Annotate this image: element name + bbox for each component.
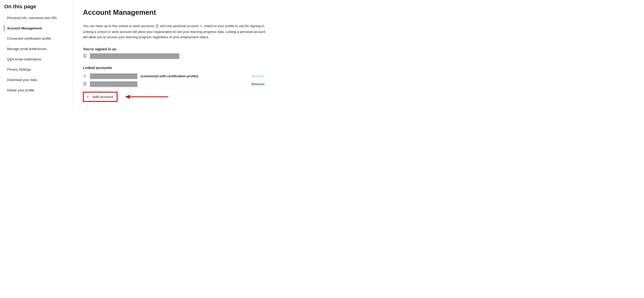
person-icon	[83, 74, 87, 79]
sidebar-item-manage-email-prefs[interactable]: Manage email preferences	[4, 47, 68, 51]
signed-in-row	[83, 53, 266, 59]
svg-rect-0	[156, 25, 158, 28]
sidebar-item-label: Q&A email notifications	[7, 58, 41, 61]
sidebar-item-connected-cert-profile[interactable]: Connected certification profile	[4, 36, 68, 41]
work-badge-icon	[155, 24, 159, 29]
remove-link: Remove	[252, 74, 266, 78]
svg-point-2	[201, 25, 202, 26]
annotation-arrow	[124, 94, 168, 99]
account-management-section: Account Management You can have up to fi…	[73, 0, 266, 109]
linked-account-value	[90, 81, 138, 87]
sidebar-item-label: Privacy Settings	[7, 68, 31, 71]
add-account-label: Add account	[92, 95, 113, 99]
person-icon	[199, 24, 203, 29]
add-account-button[interactable]: Add account	[83, 92, 118, 102]
intro-text-2: and one personal account	[160, 24, 199, 28]
linked-account-row: Remove	[83, 80, 266, 88]
sidebar-title: On this page	[4, 4, 68, 10]
svg-marker-9	[125, 95, 130, 99]
svg-point-5	[84, 75, 86, 76]
sidebar-item-delete-your-profile[interactable]: Delete your profile	[4, 88, 68, 92]
sidebar-item-label: Delete your profile	[7, 88, 34, 92]
page-title: Account Management	[83, 8, 266, 16]
linked-account-row: (connected with certification profile) R…	[83, 72, 266, 80]
linked-account-suffix: (connected with certification profile)	[140, 74, 198, 78]
sidebar-item-label: Download your data	[7, 78, 37, 82]
work-badge-icon	[83, 54, 87, 58]
remove-link[interactable]: Remove	[252, 82, 266, 86]
intro-paragraph: You can have up to five school or work a…	[83, 24, 266, 40]
svg-rect-3	[84, 54, 86, 58]
plus-icon	[86, 95, 90, 99]
svg-point-4	[84, 56, 85, 56]
linked-accounts-heading: Linked accounts	[83, 66, 266, 70]
svg-point-7	[84, 84, 85, 84]
intro-text-1: You can have up to five school or work a…	[83, 24, 154, 28]
sidebar-item-label: Manage email preferences	[7, 47, 47, 51]
add-account-row: Add account	[83, 92, 266, 102]
on-this-page-nav: On this page Personal info, username and…	[0, 0, 73, 109]
sidebar-list: Personal info, username and URL Account …	[4, 16, 68, 92]
linked-account-value	[90, 74, 138, 79]
signed-in-heading: You're signed in as	[83, 47, 266, 51]
svg-rect-6	[84, 82, 86, 86]
sidebar-item-label: Personal info, username and URL	[7, 16, 57, 20]
sidebar-item-qa-email-notifications[interactable]: Q&A email notifications	[4, 57, 68, 62]
work-badge-icon	[83, 82, 87, 86]
sidebar-item-account-management[interactable]: Account Management	[4, 26, 68, 31]
sidebar-item-label: Connected certification profile	[7, 36, 51, 40]
sidebar-item-privacy-settings[interactable]: Privacy Settings	[4, 68, 68, 72]
sidebar-item-label: Account Management	[7, 26, 42, 30]
linked-accounts-list: (connected with certification profile) R…	[83, 72, 266, 88]
sidebar-item-personal-info[interactable]: Personal info, username and URL	[4, 16, 68, 20]
sidebar-item-download-your-data[interactable]: Download your data	[4, 78, 68, 82]
svg-point-1	[157, 26, 158, 26]
signed-in-account-value	[90, 53, 179, 59]
